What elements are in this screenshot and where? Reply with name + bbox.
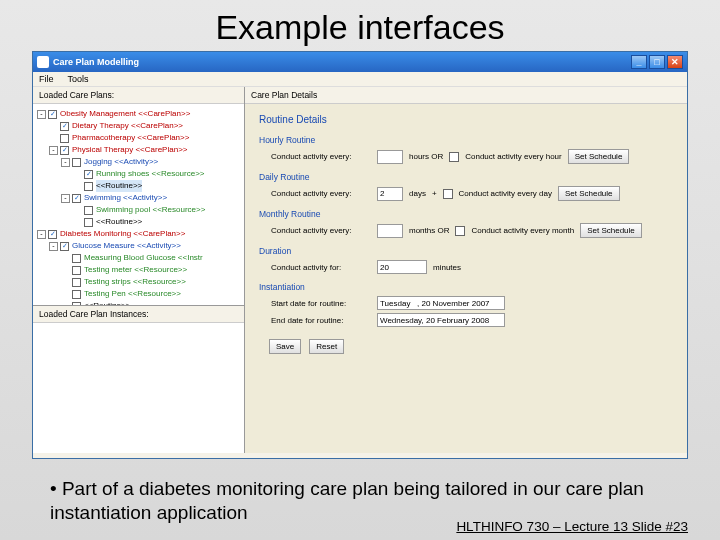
row-daily: Conduct activity every: days + Conduct a…: [271, 186, 673, 201]
monthly-checkbox[interactable]: [455, 226, 465, 236]
group-hourly: Hourly Routine: [259, 135, 673, 145]
tree-checkbox[interactable]: [72, 290, 81, 299]
hourly-unit: hours OR: [409, 152, 443, 161]
group-duration: Duration: [259, 246, 673, 256]
maximize-button[interactable]: □: [649, 55, 665, 69]
tree-toggle-icon[interactable]: -: [49, 146, 58, 155]
group-daily: Daily Routine: [259, 172, 673, 182]
tree-checkbox[interactable]: [60, 242, 69, 251]
tree-item[interactable]: -Obesity Management <<CarePlan>>: [37, 108, 240, 120]
right-header: Care Plan Details: [245, 87, 687, 104]
daily-checkbox[interactable]: [443, 189, 453, 199]
tree-checkbox[interactable]: [72, 194, 81, 203]
tree-item[interactable]: Swimming pool <<Resource>>: [37, 204, 240, 216]
tree-checkbox[interactable]: [48, 230, 57, 239]
slide-title: Example interfaces: [0, 0, 720, 51]
tree-item-label: Testing meter <<Resource>>: [84, 264, 187, 276]
tree-item-label: Measuring Blood Glucose <<Instr: [84, 252, 203, 264]
row-start: Start date for routine:: [271, 296, 673, 310]
tree-item[interactable]: <<Routine>>: [37, 216, 240, 228]
set-schedule-button-2[interactable]: Set Schedule: [558, 186, 620, 201]
end-date-picker[interactable]: [377, 313, 505, 327]
tree-item-label: Swimming pool <<Resource>>: [96, 204, 205, 216]
tree-item[interactable]: -Jogging <<Activity>>: [37, 156, 240, 168]
monthly-label: Conduct activity every:: [271, 226, 371, 235]
close-button[interactable]: ✕: [667, 55, 683, 69]
daily-label: Conduct activity every:: [271, 189, 371, 198]
tree-toggle-icon[interactable]: -: [37, 110, 46, 119]
app-window: Care Plan Modelling _ □ ✕ File Tools Loa…: [32, 51, 688, 459]
menu-tools[interactable]: Tools: [68, 74, 89, 84]
hourly-input[interactable]: [377, 150, 403, 164]
group-monthly: Monthly Routine: [259, 209, 673, 219]
care-plan-tree[interactable]: -Obesity Management <<CarePlan>>Dietary …: [33, 104, 244, 306]
save-button[interactable]: Save: [269, 339, 301, 354]
duration-input[interactable]: [377, 260, 427, 274]
tree-checkbox[interactable]: [72, 278, 81, 287]
tree-item[interactable]: -Physical Therapy <<CarePlan>>: [37, 144, 240, 156]
app-icon: [37, 56, 49, 68]
monthly-input[interactable]: [377, 224, 403, 238]
tree-toggle-icon[interactable]: -: [61, 194, 70, 203]
details-pane: Routine Details Hourly Routine Conduct a…: [245, 104, 687, 453]
set-schedule-button-3[interactable]: Set Schedule: [580, 223, 642, 238]
daily-unit: days: [409, 189, 426, 198]
tree-item-label: <<Routine>>: [96, 216, 142, 228]
tree-checkbox[interactable]: [60, 146, 69, 155]
tree-item-label: Testing strips <<Resource>>: [84, 276, 186, 288]
tree-item[interactable]: -Glucose Measure <<Activity>>: [37, 240, 240, 252]
tree-item[interactable]: -Swimming <<Activity>>: [37, 192, 240, 204]
tree-item[interactable]: Measuring Blood Glucose <<Instr: [37, 252, 240, 264]
slide-footer: HLTHINFO 730 – Lecture 13 Slide #23: [456, 519, 688, 534]
reset-button[interactable]: Reset: [309, 339, 344, 354]
daily-input[interactable]: [377, 187, 403, 201]
end-label: End date for routine:: [271, 316, 371, 325]
tree-item[interactable]: Testing strips <<Resource>>: [37, 276, 240, 288]
minimize-button[interactable]: _: [631, 55, 647, 69]
tree-item[interactable]: <<Routine>>: [37, 180, 240, 192]
monthly-unit: months OR: [409, 226, 449, 235]
tree-item[interactable]: -Diabetes Monitoring <<CarePlan>>: [37, 228, 240, 240]
tree-checkbox[interactable]: [72, 158, 81, 167]
tree-item[interactable]: Running shoes <<Resource>>: [37, 168, 240, 180]
tree-item-label: Diabetes Monitoring <<CarePlan>>: [60, 228, 185, 240]
tree-item-label: Dietary Therapy <<CarePlan>>: [72, 120, 183, 132]
tree-checkbox[interactable]: [72, 254, 81, 263]
app-body: Loaded Care Plans: -Obesity Management <…: [33, 87, 687, 453]
right-panel: Care Plan Details Routine Details Hourly…: [245, 87, 687, 453]
tree-checkbox[interactable]: [84, 182, 93, 191]
tree-checkbox[interactable]: [60, 122, 69, 131]
menu-file[interactable]: File: [39, 74, 54, 84]
tree-item[interactable]: Testing Pen <<Resource>>: [37, 288, 240, 300]
tree-item-label: <<Routine>>: [96, 180, 142, 192]
tree-toggle-icon[interactable]: -: [49, 242, 58, 251]
tree-toggle-icon[interactable]: -: [61, 158, 70, 167]
tree-checkbox[interactable]: [84, 206, 93, 215]
row-duration: Conduct activity for: minutes: [271, 260, 673, 274]
tree-item[interactable]: Dietary Therapy <<CarePlan>>: [37, 120, 240, 132]
tree-toggle-icon[interactable]: -: [37, 230, 46, 239]
tree-item-label: Pharmacotherapy <<CarePlan>>: [72, 132, 189, 144]
tree-item[interactable]: Testing meter <<Resource>>: [37, 264, 240, 276]
tree-checkbox[interactable]: [84, 218, 93, 227]
hourly-chk-label: Conduct activity every hour: [465, 152, 562, 161]
tree-item-label: Physical Therapy <<CarePlan>>: [72, 144, 187, 156]
row-end: End date for routine:: [271, 313, 673, 327]
left-header-plans: Loaded Care Plans:: [33, 87, 244, 104]
left-header-instances: Loaded Care Plan Instances:: [33, 306, 244, 323]
tree-checkbox[interactable]: [60, 134, 69, 143]
hourly-checkbox[interactable]: [449, 152, 459, 162]
monthly-chk-label: Conduct activity every month: [471, 226, 574, 235]
tree-checkbox[interactable]: [72, 266, 81, 275]
tree-item[interactable]: Pharmacotherapy <<CarePlan>>: [37, 132, 240, 144]
instance-list[interactable]: [33, 323, 244, 453]
duration-label: Conduct activity for:: [271, 263, 371, 272]
set-schedule-button-1[interactable]: Set Schedule: [568, 149, 630, 164]
window-controls: _ □ ✕: [631, 55, 683, 69]
row-hourly: Conduct activity every: hours OR Conduct…: [271, 149, 673, 164]
menubar: File Tools: [33, 72, 687, 87]
group-instantiation: Instantiation: [259, 282, 673, 292]
tree-checkbox[interactable]: [48, 110, 57, 119]
start-date-picker[interactable]: [377, 296, 505, 310]
tree-checkbox[interactable]: [84, 170, 93, 179]
